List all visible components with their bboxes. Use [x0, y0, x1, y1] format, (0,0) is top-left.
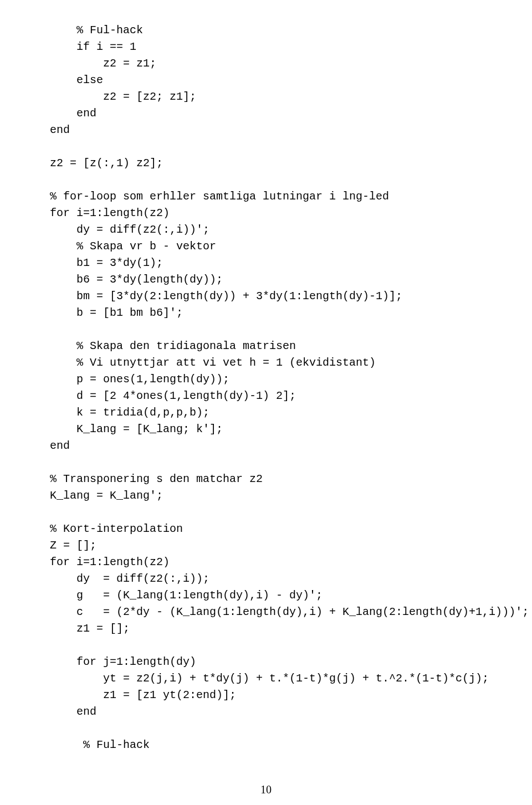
- code-line: for i=1:length(z2): [50, 554, 482, 571]
- code-line: z2 = [z(:,1) z2];: [50, 155, 482, 172]
- code-line: [50, 720, 482, 737]
- code-line: else: [76, 72, 482, 89]
- code-line: z2 = [z2; z1];: [103, 89, 482, 105]
- code-line: c = (2*dy - (K_lang(1:length(dy),i) + K_…: [76, 604, 482, 621]
- code-line: [50, 321, 482, 338]
- code-line: k = tridia(d,p,p,b);: [76, 404, 482, 421]
- code-line: % Skapa vr b - vektor: [76, 238, 482, 255]
- code-line: % Transponering s den matchar z2: [50, 471, 482, 488]
- code-line: % Ful-hack: [76, 737, 482, 753]
- code-listing: % Ful-hackif i == 1z2 = z1;elsez2 = [z2;…: [50, 22, 482, 753]
- code-line: b1 = 3*dy(1);: [76, 255, 482, 271]
- code-line: for i=1:length(z2): [50, 205, 482, 222]
- code-line: z1 = [z1 yt(2:end)];: [103, 687, 482, 704]
- code-line: % for-loop som erhller samtliga lutninga…: [50, 188, 482, 205]
- code-line: z2 = z1;: [103, 55, 482, 72]
- code-line: K_lang = [K_lang; k'];: [76, 421, 482, 438]
- code-line: bm = [3*dy(2:length(dy)) + 3*dy(1:length…: [76, 288, 482, 305]
- code-line: [50, 454, 482, 471]
- code-line: end: [50, 438, 482, 454]
- code-line: [50, 172, 482, 188]
- code-line: b6 = 3*dy(length(dy));: [76, 271, 482, 288]
- code-line: % Vi utnyttjar att vi vet h = 1 (ekvidis…: [76, 355, 482, 371]
- code-line: b = [b1 bm b6]';: [76, 305, 482, 321]
- code-line: dy = diff(z2(:,i));: [76, 571, 482, 587]
- code-line: g = (K_lang(1:length(dy),i) - dy)';: [76, 587, 482, 604]
- code-line: if i == 1: [76, 39, 482, 55]
- code-line: end: [50, 122, 482, 139]
- code-line: dy = diff(z2(:,i))';: [76, 222, 482, 238]
- code-line: d = [2 4*ones(1,length(dy)-1) 2];: [76, 388, 482, 404]
- code-line: % Ful-hack: [76, 22, 482, 39]
- code-line: for j=1:length(dy): [76, 654, 482, 670]
- code-line: end: [76, 105, 482, 122]
- code-line: [50, 637, 482, 654]
- code-line: p = ones(1,length(dy));: [76, 371, 482, 388]
- code-line: end: [76, 704, 482, 720]
- code-line: K_lang = K_lang';: [50, 488, 482, 504]
- page-number: 10: [50, 781, 482, 798]
- code-line: [50, 139, 482, 155]
- code-line: Z = [];: [50, 537, 482, 554]
- code-line: [50, 504, 482, 521]
- code-line: z1 = [];: [76, 621, 482, 637]
- code-line: yt = z2(j,i) + t*dy(j) + t.*(1-t)*g(j) +…: [103, 670, 482, 687]
- code-line: % Skapa den tridiagonala matrisen: [76, 338, 482, 355]
- code-line: % Kort-interpolation: [50, 521, 482, 537]
